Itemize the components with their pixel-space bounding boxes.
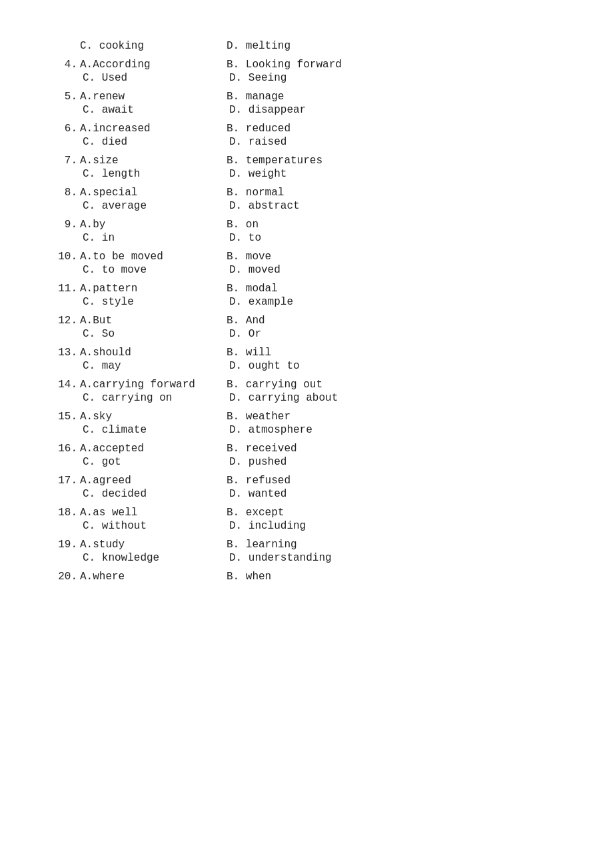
option-a: A.sky (80, 411, 227, 423)
question-number: 4. (53, 59, 80, 71)
option-b: B. except (227, 507, 560, 519)
question-number: 12. (53, 315, 80, 327)
question-sub-row: C. gotD. pushed (53, 456, 560, 468)
question-row: 17.A.agreedB. refused (53, 475, 560, 487)
question-sub-row: C. withoutD. including (53, 520, 560, 532)
option-d: D. pushed (229, 456, 560, 468)
question-row: 20.A.whereB. when (53, 571, 560, 583)
option-c: C. length (83, 168, 229, 180)
question-number: 10. (53, 251, 80, 263)
question-number: 5. (53, 91, 80, 103)
option-c: C. climate (83, 424, 229, 436)
question-row: 11.A.patternB. modal (53, 283, 560, 295)
question-number: 15. (53, 411, 80, 423)
question-number: 14. (53, 379, 80, 391)
option-c: C. may (83, 360, 229, 372)
option-b: B. normal (227, 187, 560, 199)
option-b: B. refused (227, 475, 560, 487)
option-d: D. raised (229, 136, 560, 148)
option-d: D. Or (229, 328, 560, 340)
option-d: D. Seeing (229, 72, 560, 84)
question-row: 13.A.shouldB. will (53, 347, 560, 359)
quiz-container: C. cookingD. melting4.A.AccordingB. Look… (53, 40, 560, 583)
option-a: A.But (80, 315, 227, 327)
option-c: C. await (83, 104, 229, 116)
question-sub-row: C. carrying onD. carrying about (53, 392, 560, 404)
question-row: 6.A.increasedB. reduced (53, 123, 560, 135)
question-number: 16. (53, 443, 80, 455)
option-a: A.should (80, 347, 227, 359)
question-row: 7.A.sizeB. temperatures (53, 155, 560, 167)
question-number: 13. (53, 347, 80, 359)
question-number: 8. (53, 187, 80, 199)
question-sub-row: C. UsedD. Seeing (53, 72, 560, 84)
option-b: B. And (227, 315, 560, 327)
question-sub-row: C. diedD. raised (53, 136, 560, 148)
option-c: C. decided (83, 488, 229, 500)
question-number: 6. (53, 123, 80, 135)
question-row: 9.A.byB. on (53, 219, 560, 231)
question-sub-row: C. SoD. Or (53, 328, 560, 340)
option-b: B. carrying out (227, 379, 560, 391)
question-row: C. cookingD. melting (53, 40, 560, 52)
question-sub-row: C. mayD. ought to (53, 360, 560, 372)
question-row: 10.A.to be movedB. move (53, 251, 560, 263)
option-c: C. got (83, 456, 229, 468)
option-d: D. wanted (229, 488, 560, 500)
option-d: D. understanding (229, 552, 560, 564)
option-c: C. to move (83, 264, 229, 276)
option-b: B. on (227, 219, 560, 231)
option-d: D. ought to (229, 360, 560, 372)
option-b: B. temperatures (227, 155, 560, 167)
option-d: D. weight (229, 168, 560, 180)
question-sub-row: C. styleD. example (53, 296, 560, 308)
option-b: B. move (227, 251, 560, 263)
question-sub-row: C. averageD. abstract (53, 200, 560, 212)
question-number: 9. (53, 219, 80, 231)
option-b: B. Looking forward (227, 59, 560, 71)
question-row: 8.A.specialB. normal (53, 187, 560, 199)
option-b: B. reduced (227, 123, 560, 135)
question-number: 19. (53, 539, 80, 551)
question-number: 11. (53, 283, 80, 295)
question-sub-row: C. inD. to (53, 232, 560, 244)
option-a: A.pattern (80, 283, 227, 295)
question-number: 18. (53, 507, 80, 519)
question-number: 7. (53, 155, 80, 167)
question-sub-row: C. decidedD. wanted (53, 488, 560, 500)
option-d: D. example (229, 296, 560, 308)
option-a: A.carrying forward (80, 379, 227, 391)
question-row: 14.A.carrying forwardB. carrying out (53, 379, 560, 391)
question-number (53, 40, 80, 52)
question-row: 18.A.as wellB. except (53, 507, 560, 519)
option-c: C. without (83, 520, 229, 532)
option-d: D. moved (229, 264, 560, 276)
question-sub-row: C. awaitD. disappear (53, 104, 560, 116)
option-a: A.by (80, 219, 227, 231)
option-a: A.as well (80, 507, 227, 519)
option-c: C. style (83, 296, 229, 308)
option-c: C. died (83, 136, 229, 148)
option-b: B. when (227, 571, 560, 583)
option-b: B. will (227, 347, 560, 359)
option-c: C. So (83, 328, 229, 340)
option-d: D. carrying about (229, 392, 560, 404)
option-a: A.According (80, 59, 227, 71)
option-a: A.where (80, 571, 227, 583)
question-row: 12.A.ButB. And (53, 315, 560, 327)
option-c: C. Used (83, 72, 229, 84)
question-sub-row: C. knowledgeD. understanding (53, 552, 560, 564)
option-a: A.to be moved (80, 251, 227, 263)
question-sub-row: C. to moveD. moved (53, 264, 560, 276)
option-a: A.increased (80, 123, 227, 135)
option-b: B. manage (227, 91, 560, 103)
option-d: D. to (229, 232, 560, 244)
option-d: D. disappear (229, 104, 560, 116)
question-row: 19.A.studyB. learning (53, 539, 560, 551)
option-a: A.agreed (80, 475, 227, 487)
option-b: B. learning (227, 539, 560, 551)
option-a: C. cooking (80, 40, 227, 52)
option-c: C. knowledge (83, 552, 229, 564)
option-b: B. modal (227, 283, 560, 295)
option-c: C. carrying on (83, 392, 229, 404)
